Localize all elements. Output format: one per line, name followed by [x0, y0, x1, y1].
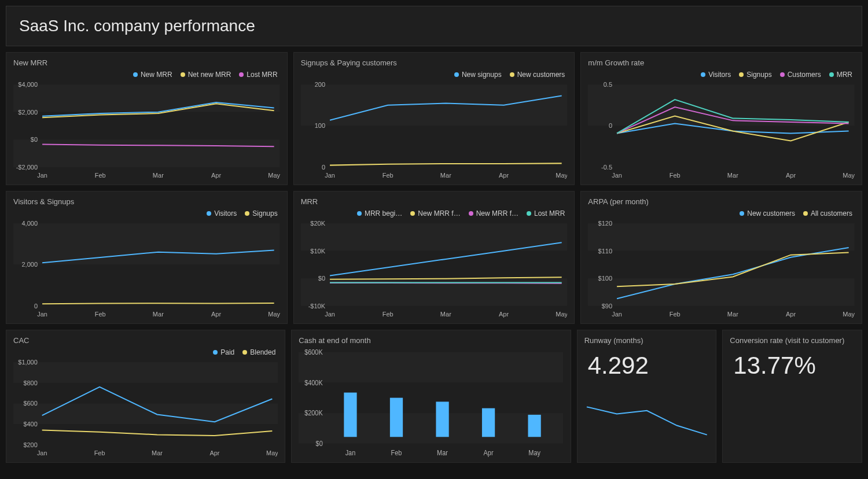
legend-item: Lost MRR: [527, 209, 565, 218]
panel-visitors-signups[interactable]: Visitors & Signups VisitorsSignups4,0002…: [6, 191, 288, 324]
legend-dot-icon: [213, 350, 218, 355]
panel-runway[interactable]: Runway (months) 4.292: [577, 330, 717, 463]
svg-text:0: 0: [609, 122, 612, 129]
svg-text:$110: $110: [598, 248, 612, 255]
panel-title: Cash at end of month: [299, 336, 563, 345]
panel-cash[interactable]: Cash at end of month $600K$400K$200K$0Ja…: [291, 330, 571, 463]
chart-plot-area: $20K$10K$0-$10KJanFebMarAprMay: [301, 220, 568, 319]
svg-text:May: May: [266, 449, 278, 456]
legend-item: New customers: [740, 209, 795, 218]
svg-text:Jan: Jan: [325, 172, 335, 179]
panel-growth-rate[interactable]: m/m Growth rate VisitorsSignupsCustomers…: [580, 52, 862, 185]
chart-plot-area: $120$110$100$90JanFebMarAprMay: [588, 220, 855, 319]
legend-label: Lost MRR: [247, 71, 277, 79]
legend-label: New customers: [517, 71, 565, 79]
svg-rect-29: [13, 223, 280, 264]
dashboard-grid-row1: New MRR New MRRNet new MRRLost MRR$4,000…: [6, 52, 862, 185]
svg-text:$800: $800: [23, 379, 37, 386]
legend-item: New customers: [510, 71, 565, 79]
svg-text:May: May: [843, 311, 855, 318]
svg-text:Mar: Mar: [727, 311, 738, 318]
svg-text:Mar: Mar: [440, 172, 451, 179]
legend-label: Paid: [220, 348, 234, 356]
legend-dot-icon: [242, 350, 247, 355]
legend-dot-icon: [469, 211, 473, 216]
svg-text:Apr: Apr: [211, 172, 221, 179]
legend-dot-icon: [527, 211, 531, 216]
svg-text:Apr: Apr: [484, 448, 494, 456]
dashboard-grid-row2: Visitors & Signups VisitorsSignups4,0002…: [6, 191, 862, 324]
svg-rect-49: [588, 223, 855, 251]
svg-text:May: May: [556, 172, 567, 179]
svg-text:-0.5: -0.5: [601, 164, 612, 171]
legend-label: Visitors: [708, 71, 731, 79]
svg-text:$600K: $600K: [304, 348, 323, 356]
chart-legend: New signupsNew customers: [301, 71, 568, 79]
chart-legend: VisitorsSignups: [13, 209, 280, 218]
svg-text:Mar: Mar: [440, 311, 451, 318]
svg-text:Jan: Jan: [345, 448, 356, 456]
svg-text:Feb: Feb: [95, 172, 106, 179]
dashboard-grid-row3: CAC PaidBlended$1,000$800$600$400$200Jan…: [6, 330, 862, 463]
legend-item: MRR: [829, 71, 852, 79]
legend-item: New MRR: [133, 71, 172, 79]
legend-label: Signups: [252, 209, 277, 218]
svg-rect-79: [390, 398, 403, 437]
panel-new-mrr[interactable]: New MRR New MRRNet new MRRLost MRR$4,000…: [6, 52, 288, 185]
legend-item: New MRR f…: [410, 209, 460, 218]
legend-dot-icon: [239, 72, 244, 77]
chart-plot-area: 2001000JanFebMarAprMay: [301, 81, 568, 180]
svg-text:200: 200: [314, 81, 325, 88]
svg-text:$200K: $200K: [304, 409, 323, 417]
panel-arpa[interactable]: ARPA (per month) New customersAll custom…: [580, 191, 862, 324]
svg-rect-0: [13, 84, 280, 112]
panel-title: Signups & Paying customers: [301, 58, 568, 67]
panel-conversion[interactable]: Conversion rate (visit to customer) 13.7…: [722, 330, 862, 463]
legend-dot-icon: [510, 72, 514, 77]
panel-title: Conversion rate (visit to customer): [730, 336, 855, 345]
svg-text:Apr: Apr: [786, 172, 796, 179]
legend-dot-icon: [780, 72, 785, 77]
svg-text:Mar: Mar: [437, 448, 448, 456]
svg-text:0.5: 0.5: [604, 81, 612, 88]
svg-rect-73: [299, 413, 563, 444]
svg-text:Apr: Apr: [209, 449, 219, 456]
svg-rect-78: [344, 393, 357, 437]
svg-text:Mar: Mar: [727, 172, 738, 179]
svg-text:Jan: Jan: [325, 311, 335, 318]
panel-signups-paying[interactable]: Signups & Paying customers New signupsNe…: [293, 52, 575, 185]
legend-dot-icon: [245, 211, 249, 216]
legend-dot-icon: [829, 72, 834, 77]
svg-text:Jan: Jan: [37, 311, 47, 318]
chart-plot-area: 0.50-0.5JanFebMarAprMay: [588, 81, 855, 180]
legend-item: Visitors: [701, 71, 731, 79]
panel-title: m/m Growth rate: [588, 58, 855, 67]
svg-text:Mar: Mar: [152, 449, 163, 456]
svg-text:$100: $100: [598, 275, 612, 282]
legend-item: Lost MRR: [239, 71, 277, 79]
svg-text:$20K: $20K: [310, 220, 325, 227]
chart-legend: PaidBlended: [13, 348, 278, 356]
legend-dot-icon: [740, 211, 744, 216]
svg-text:May: May: [268, 172, 279, 179]
legend-dot-icon: [454, 72, 459, 77]
svg-text:Feb: Feb: [391, 448, 402, 456]
svg-text:$400K: $400K: [304, 378, 323, 386]
panel-mrr[interactable]: MRR MRR begi…New MRR f…New MRR f…Lost MR…: [293, 191, 575, 324]
panel-cac[interactable]: CAC PaidBlended$1,000$800$600$400$200Jan…: [6, 330, 285, 463]
legend-label: Customers: [788, 71, 821, 79]
svg-text:$200: $200: [23, 441, 37, 448]
svg-rect-82: [528, 415, 541, 437]
legend-dot-icon: [739, 72, 744, 77]
legend-label: All customers: [811, 209, 852, 218]
svg-text:$90: $90: [602, 303, 612, 309]
svg-text:Feb: Feb: [94, 449, 105, 456]
legend-dot-icon: [357, 211, 362, 216]
svg-text:$400: $400: [23, 421, 37, 428]
svg-text:May: May: [843, 172, 855, 179]
svg-text:100: 100: [314, 122, 325, 129]
svg-rect-72: [299, 352, 563, 383]
legend-item: New signups: [454, 71, 502, 79]
panel-title: Visitors & Signups: [13, 197, 280, 206]
svg-text:0: 0: [34, 303, 38, 309]
